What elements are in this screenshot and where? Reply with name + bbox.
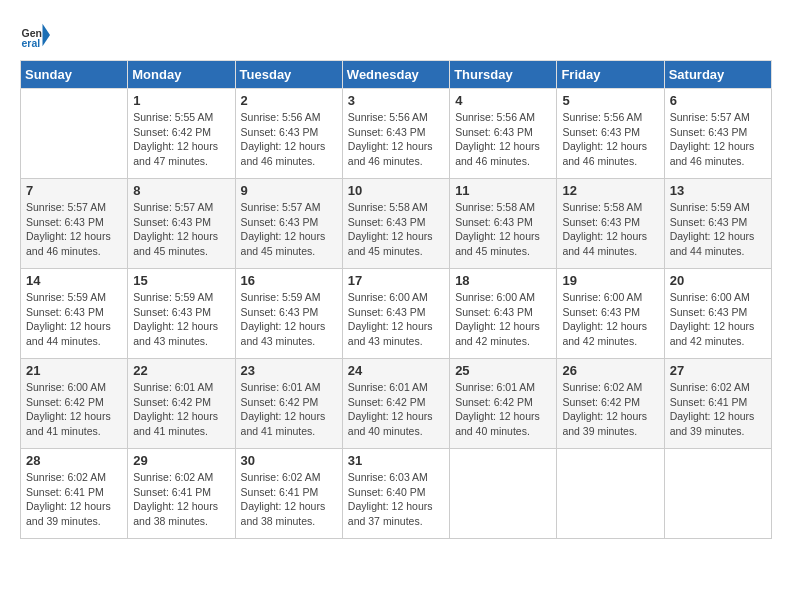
day-info: Sunrise: 6:01 AM Sunset: 6:42 PM Dayligh… bbox=[348, 380, 444, 439]
week-row-2: 7Sunrise: 5:57 AM Sunset: 6:43 PM Daylig… bbox=[21, 179, 772, 269]
day-info: Sunrise: 6:02 AM Sunset: 6:41 PM Dayligh… bbox=[26, 470, 122, 529]
day-number: 21 bbox=[26, 363, 122, 378]
day-number: 23 bbox=[241, 363, 337, 378]
day-number: 20 bbox=[670, 273, 766, 288]
calendar-cell: 23Sunrise: 6:01 AM Sunset: 6:42 PM Dayli… bbox=[235, 359, 342, 449]
day-number: 14 bbox=[26, 273, 122, 288]
calendar-cell: 12Sunrise: 5:58 AM Sunset: 6:43 PM Dayli… bbox=[557, 179, 664, 269]
calendar-cell bbox=[21, 89, 128, 179]
calendar-cell: 17Sunrise: 6:00 AM Sunset: 6:43 PM Dayli… bbox=[342, 269, 449, 359]
day-number: 12 bbox=[562, 183, 658, 198]
column-header-sunday: Sunday bbox=[21, 61, 128, 89]
day-number: 29 bbox=[133, 453, 229, 468]
day-info: Sunrise: 6:03 AM Sunset: 6:40 PM Dayligh… bbox=[348, 470, 444, 529]
day-number: 26 bbox=[562, 363, 658, 378]
day-number: 16 bbox=[241, 273, 337, 288]
day-number: 4 bbox=[455, 93, 551, 108]
calendar-cell: 31Sunrise: 6:03 AM Sunset: 6:40 PM Dayli… bbox=[342, 449, 449, 539]
column-header-tuesday: Tuesday bbox=[235, 61, 342, 89]
day-info: Sunrise: 6:01 AM Sunset: 6:42 PM Dayligh… bbox=[455, 380, 551, 439]
column-header-thursday: Thursday bbox=[450, 61, 557, 89]
day-info: Sunrise: 5:56 AM Sunset: 6:43 PM Dayligh… bbox=[241, 110, 337, 169]
day-info: Sunrise: 5:58 AM Sunset: 6:43 PM Dayligh… bbox=[348, 200, 444, 259]
calendar-cell: 8Sunrise: 5:57 AM Sunset: 6:43 PM Daylig… bbox=[128, 179, 235, 269]
day-number: 31 bbox=[348, 453, 444, 468]
day-number: 2 bbox=[241, 93, 337, 108]
calendar-cell: 11Sunrise: 5:58 AM Sunset: 6:43 PM Dayli… bbox=[450, 179, 557, 269]
calendar-cell: 10Sunrise: 5:58 AM Sunset: 6:43 PM Dayli… bbox=[342, 179, 449, 269]
calendar-cell: 13Sunrise: 5:59 AM Sunset: 6:43 PM Dayli… bbox=[664, 179, 771, 269]
day-info: Sunrise: 6:00 AM Sunset: 6:43 PM Dayligh… bbox=[562, 290, 658, 349]
day-number: 8 bbox=[133, 183, 229, 198]
calendar-cell: 21Sunrise: 6:00 AM Sunset: 6:42 PM Dayli… bbox=[21, 359, 128, 449]
day-info: Sunrise: 5:59 AM Sunset: 6:43 PM Dayligh… bbox=[241, 290, 337, 349]
day-number: 25 bbox=[455, 363, 551, 378]
day-info: Sunrise: 5:59 AM Sunset: 6:43 PM Dayligh… bbox=[26, 290, 122, 349]
calendar-cell: 19Sunrise: 6:00 AM Sunset: 6:43 PM Dayli… bbox=[557, 269, 664, 359]
day-info: Sunrise: 5:58 AM Sunset: 6:43 PM Dayligh… bbox=[562, 200, 658, 259]
logo: Gen eral bbox=[20, 20, 54, 50]
day-number: 6 bbox=[670, 93, 766, 108]
day-number: 15 bbox=[133, 273, 229, 288]
calendar-table: SundayMondayTuesdayWednesdayThursdayFrid… bbox=[20, 60, 772, 539]
svg-marker-2 bbox=[43, 24, 51, 47]
calendar-cell: 6Sunrise: 5:57 AM Sunset: 6:43 PM Daylig… bbox=[664, 89, 771, 179]
calendar-cell bbox=[450, 449, 557, 539]
day-number: 17 bbox=[348, 273, 444, 288]
day-number: 1 bbox=[133, 93, 229, 108]
calendar-cell: 29Sunrise: 6:02 AM Sunset: 6:41 PM Dayli… bbox=[128, 449, 235, 539]
calendar-cell: 27Sunrise: 6:02 AM Sunset: 6:41 PM Dayli… bbox=[664, 359, 771, 449]
day-info: Sunrise: 6:01 AM Sunset: 6:42 PM Dayligh… bbox=[133, 380, 229, 439]
calendar-cell bbox=[557, 449, 664, 539]
day-info: Sunrise: 5:57 AM Sunset: 6:43 PM Dayligh… bbox=[26, 200, 122, 259]
day-info: Sunrise: 5:56 AM Sunset: 6:43 PM Dayligh… bbox=[348, 110, 444, 169]
week-row-5: 28Sunrise: 6:02 AM Sunset: 6:41 PM Dayli… bbox=[21, 449, 772, 539]
calendar-cell: 30Sunrise: 6:02 AM Sunset: 6:41 PM Dayli… bbox=[235, 449, 342, 539]
calendar-cell: 15Sunrise: 5:59 AM Sunset: 6:43 PM Dayli… bbox=[128, 269, 235, 359]
svg-text:eral: eral bbox=[22, 37, 41, 49]
week-row-3: 14Sunrise: 5:59 AM Sunset: 6:43 PM Dayli… bbox=[21, 269, 772, 359]
column-header-wednesday: Wednesday bbox=[342, 61, 449, 89]
day-info: Sunrise: 5:56 AM Sunset: 6:43 PM Dayligh… bbox=[455, 110, 551, 169]
calendar-cell: 9Sunrise: 5:57 AM Sunset: 6:43 PM Daylig… bbox=[235, 179, 342, 269]
day-number: 5 bbox=[562, 93, 658, 108]
day-number: 27 bbox=[670, 363, 766, 378]
calendar-cell bbox=[664, 449, 771, 539]
day-info: Sunrise: 6:00 AM Sunset: 6:42 PM Dayligh… bbox=[26, 380, 122, 439]
day-number: 24 bbox=[348, 363, 444, 378]
day-number: 13 bbox=[670, 183, 766, 198]
day-info: Sunrise: 5:59 AM Sunset: 6:43 PM Dayligh… bbox=[133, 290, 229, 349]
day-info: Sunrise: 6:00 AM Sunset: 6:43 PM Dayligh… bbox=[348, 290, 444, 349]
column-header-saturday: Saturday bbox=[664, 61, 771, 89]
calendar-cell: 7Sunrise: 5:57 AM Sunset: 6:43 PM Daylig… bbox=[21, 179, 128, 269]
calendar-cell: 26Sunrise: 6:02 AM Sunset: 6:42 PM Dayli… bbox=[557, 359, 664, 449]
calendar-cell: 28Sunrise: 6:02 AM Sunset: 6:41 PM Dayli… bbox=[21, 449, 128, 539]
day-info: Sunrise: 5:59 AM Sunset: 6:43 PM Dayligh… bbox=[670, 200, 766, 259]
day-info: Sunrise: 6:02 AM Sunset: 6:41 PM Dayligh… bbox=[670, 380, 766, 439]
day-info: Sunrise: 5:55 AM Sunset: 6:42 PM Dayligh… bbox=[133, 110, 229, 169]
logo-icon: Gen eral bbox=[20, 20, 50, 50]
calendar-cell: 24Sunrise: 6:01 AM Sunset: 6:42 PM Dayli… bbox=[342, 359, 449, 449]
day-info: Sunrise: 5:57 AM Sunset: 6:43 PM Dayligh… bbox=[133, 200, 229, 259]
column-header-monday: Monday bbox=[128, 61, 235, 89]
page-header: Gen eral bbox=[20, 20, 772, 50]
calendar-cell: 14Sunrise: 5:59 AM Sunset: 6:43 PM Dayli… bbox=[21, 269, 128, 359]
day-number: 11 bbox=[455, 183, 551, 198]
day-number: 18 bbox=[455, 273, 551, 288]
calendar-cell: 3Sunrise: 5:56 AM Sunset: 6:43 PM Daylig… bbox=[342, 89, 449, 179]
calendar-cell: 16Sunrise: 5:59 AM Sunset: 6:43 PM Dayli… bbox=[235, 269, 342, 359]
calendar-cell: 18Sunrise: 6:00 AM Sunset: 6:43 PM Dayli… bbox=[450, 269, 557, 359]
day-number: 3 bbox=[348, 93, 444, 108]
calendar-body: 1Sunrise: 5:55 AM Sunset: 6:42 PM Daylig… bbox=[21, 89, 772, 539]
day-info: Sunrise: 5:58 AM Sunset: 6:43 PM Dayligh… bbox=[455, 200, 551, 259]
day-info: Sunrise: 5:57 AM Sunset: 6:43 PM Dayligh… bbox=[241, 200, 337, 259]
day-number: 30 bbox=[241, 453, 337, 468]
calendar-cell: 22Sunrise: 6:01 AM Sunset: 6:42 PM Dayli… bbox=[128, 359, 235, 449]
day-number: 19 bbox=[562, 273, 658, 288]
day-number: 22 bbox=[133, 363, 229, 378]
calendar-header-row: SundayMondayTuesdayWednesdayThursdayFrid… bbox=[21, 61, 772, 89]
day-info: Sunrise: 6:02 AM Sunset: 6:41 PM Dayligh… bbox=[133, 470, 229, 529]
calendar-cell: 5Sunrise: 5:56 AM Sunset: 6:43 PM Daylig… bbox=[557, 89, 664, 179]
calendar-cell: 25Sunrise: 6:01 AM Sunset: 6:42 PM Dayli… bbox=[450, 359, 557, 449]
day-number: 28 bbox=[26, 453, 122, 468]
